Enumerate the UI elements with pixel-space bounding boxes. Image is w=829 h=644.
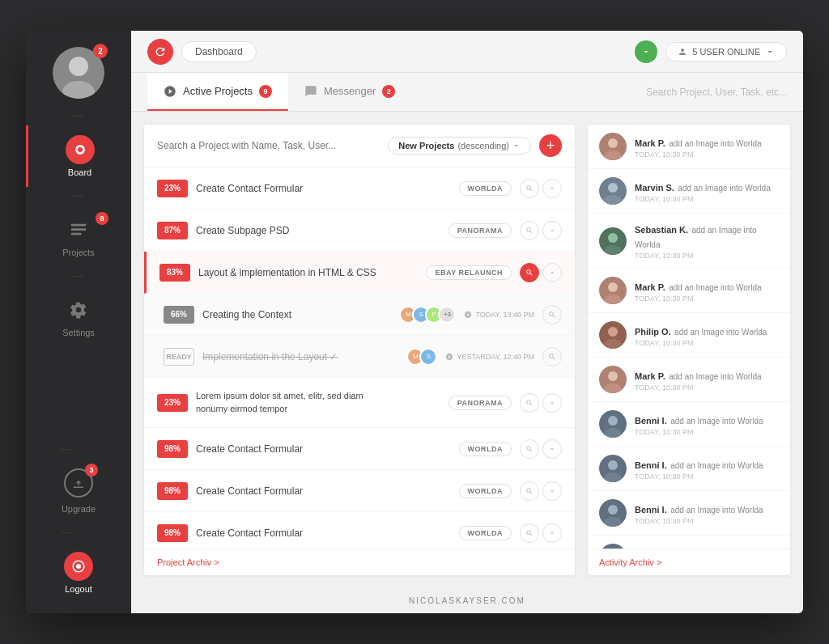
expand-action[interactable] xyxy=(542,179,562,198)
sidebar-item-upgrade[interactable]: 3 Upgrade xyxy=(62,459,96,523)
project-actions xyxy=(520,221,562,240)
activity-text: Mark P. add an Image into Worlda TODAY, … xyxy=(635,135,779,159)
search-action[interactable] xyxy=(520,481,539,501)
project-name: Lorem ipsum dolor sit amet, elitr, sed d… xyxy=(196,390,440,415)
sidebar-item-logout[interactable]: Logout xyxy=(62,542,96,604)
left-panel-top: New Projects (descending) + xyxy=(144,125,575,167)
project-name: Creating the Context xyxy=(202,309,391,320)
project-archiv-link[interactable]: Project Archiv > xyxy=(144,549,575,575)
app-container: 2 ··· Board ··· Projects 8 ··· Settings xyxy=(26,31,803,613)
sort-order: (descending) xyxy=(457,141,509,150)
add-project-button[interactable]: + xyxy=(539,134,562,157)
upgrade-dots: ··· xyxy=(62,528,96,537)
list-item: Benni I. add an Image into Worlda TODAY,… xyxy=(588,536,790,549)
svg-rect-5 xyxy=(71,224,86,227)
activity-name: Mark P. xyxy=(635,371,665,381)
table-row: 66% Creating the Context M S P +3 TODAY,… xyxy=(144,294,575,336)
dashboard-label[interactable]: Dashboard xyxy=(181,41,257,62)
expand-action[interactable] xyxy=(542,439,562,459)
left-panel: New Projects (descending) + 23% Create C… xyxy=(144,125,575,575)
project-search-input[interactable] xyxy=(157,140,380,151)
users-online[interactable]: 5 USER ONLINE xyxy=(665,42,787,61)
search-action[interactable] xyxy=(520,523,539,543)
sidebar-item-projects[interactable]: Projects 8 xyxy=(26,205,131,267)
activity-action: add an Image into Worlda xyxy=(670,506,763,515)
percent-badge: READY xyxy=(164,348,194,366)
percent-badge: 87% xyxy=(157,222,188,239)
svg-point-25 xyxy=(608,371,618,381)
svg-rect-6 xyxy=(71,228,86,231)
search-action[interactable] xyxy=(520,179,539,198)
active-projects-label: Active Projects xyxy=(183,85,253,97)
svg-point-16 xyxy=(608,233,618,243)
project-actions xyxy=(520,481,562,501)
expand-action[interactable] xyxy=(542,481,562,501)
expand-action[interactable] xyxy=(542,263,562,282)
percent-badge: 98% xyxy=(157,524,188,542)
expand-action[interactable] xyxy=(542,393,562,413)
avatar xyxy=(599,133,627,160)
sidebar-item-settings[interactable]: Settings xyxy=(26,286,131,347)
activity-time: TODAY, 10:30 PM xyxy=(635,383,779,392)
activity-name: Mark P. xyxy=(635,282,665,292)
refresh-button[interactable] xyxy=(147,39,173,65)
project-name: Layout & implementation in HTML & CSS xyxy=(198,267,418,278)
percent-badge: 66% xyxy=(164,306,194,324)
avatar-badge: 2 xyxy=(93,44,108,58)
project-actions xyxy=(520,179,562,198)
activity-time: TODAY, 10:30 PM xyxy=(635,517,779,525)
svg-point-13 xyxy=(608,183,618,193)
project-name: Create Contact Formular xyxy=(196,443,451,455)
avatar xyxy=(599,455,627,482)
activity-time: TODAY, 10:30 PM xyxy=(635,195,779,203)
project-tag: PANORAMA xyxy=(449,223,512,238)
footer-credit: NICOLASKAYSER.COM xyxy=(131,588,803,613)
avatar xyxy=(599,410,627,438)
projects-dots: ··· xyxy=(73,272,84,281)
tab-messenger[interactable]: Messenger 2 xyxy=(288,73,411,111)
expand-action[interactable] xyxy=(542,221,562,240)
search-action[interactable] xyxy=(542,347,562,366)
activity-time: TODAY, 10:30 PM xyxy=(635,294,779,303)
project-actions xyxy=(542,305,562,324)
avatar-wrap: 2 xyxy=(53,47,104,99)
search-action[interactable] xyxy=(520,439,539,459)
search-action[interactable] xyxy=(520,393,539,413)
activity-time: TODAY, 10:30 PM xyxy=(635,428,779,436)
activity-text: Mark P. add an Image into Worlda TODAY, … xyxy=(635,279,779,303)
avatar xyxy=(599,177,627,205)
activity-action: add an Image into Worlda xyxy=(670,461,763,470)
logout-icon xyxy=(64,552,93,581)
avatar-more: +3 xyxy=(438,306,456,324)
search-action[interactable] xyxy=(520,263,539,282)
sort-dropdown[interactable]: New Projects (descending) xyxy=(388,137,531,155)
project-date: TODAY, 13:40 PM xyxy=(464,311,534,319)
percent-badge: 83% xyxy=(159,264,190,282)
table-row: 83% Layout & implementation in HTML & CS… xyxy=(144,252,575,294)
table-row: 98% Create Contact Formular WORLDA xyxy=(144,512,575,549)
list-item: Benni I. add an Image into Worlda TODAY,… xyxy=(588,402,790,447)
percent-badge: 23% xyxy=(157,180,188,197)
expand-action[interactable] xyxy=(542,523,562,543)
panels: New Projects (descending) + 23% Create C… xyxy=(131,112,803,588)
activity-text: Benni I. add an Image into Worlda TODAY,… xyxy=(635,502,779,525)
search-action[interactable] xyxy=(542,305,562,324)
search-action[interactable] xyxy=(520,221,539,240)
tab-active-projects[interactable]: Active Projects 9 xyxy=(147,73,288,111)
avatar-dots: ··· xyxy=(73,112,84,121)
dropdown-button[interactable] xyxy=(635,40,657,63)
table-row: 87% Create Subpage PSD PANORAMA xyxy=(144,210,575,252)
activity-text: Benni I. add an Image into Worlda TODAY,… xyxy=(635,457,779,481)
table-row: 98% Create Contact Formular WORLDA xyxy=(144,470,575,512)
activity-archiv-link[interactable]: Activity Archiv > xyxy=(588,549,790,575)
activity-action: add an Image into Worlda xyxy=(669,139,761,148)
messenger-badge: 2 xyxy=(382,85,395,98)
avatar xyxy=(599,366,627,393)
activity-action: add an Image into Worlda xyxy=(674,328,767,337)
project-date: YESTARDAY, 12:40 PM xyxy=(445,353,534,361)
topbar-right: 5 USER ONLINE xyxy=(635,40,787,63)
settings-label: Settings xyxy=(62,328,95,337)
sidebar-item-board[interactable]: Board xyxy=(26,125,131,187)
table-row: 98% Create Contact Formular WORLDA xyxy=(144,428,575,470)
activity-list: Mark P. add an Image into Worlda TODAY, … xyxy=(588,125,790,549)
